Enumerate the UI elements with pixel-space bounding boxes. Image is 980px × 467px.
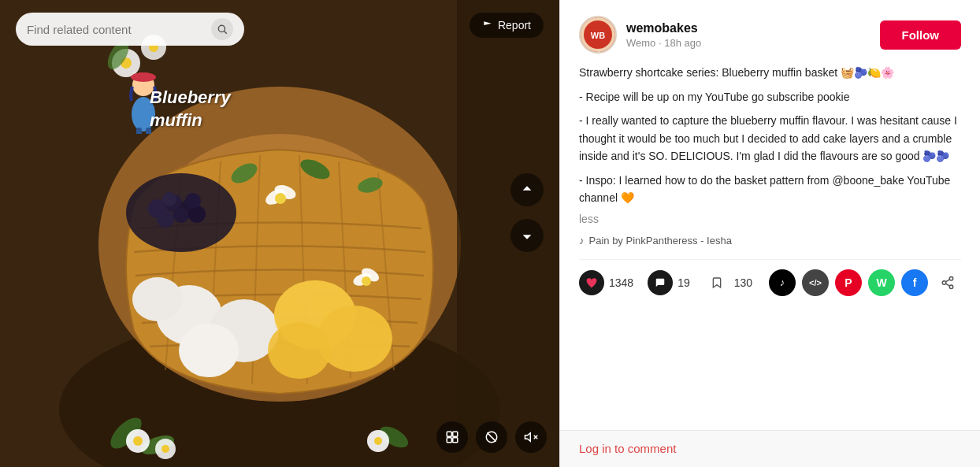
svg-point-28	[275, 193, 286, 204]
svg-point-41	[161, 445, 169, 453]
svg-marker-64	[525, 433, 531, 442]
svg-rect-55	[138, 72, 149, 79]
post-line-2: - I really wanted to capture the blueber…	[579, 112, 961, 165]
user-header: WB wemobakes Wemo · 18h ago Follow	[579, 16, 961, 54]
comment-section: Log in to comment	[560, 430, 980, 467]
svg-point-72	[949, 285, 953, 289]
facebook-share-button[interactable]: f	[901, 269, 928, 296]
user-info: WB wemobakes Wemo · 18h ago	[579, 16, 701, 54]
svg-rect-49	[457, 0, 559, 467]
food-photo	[0, 0, 559, 467]
svg-line-73	[945, 284, 949, 286]
svg-point-71	[942, 281, 946, 285]
not-interested-button[interactable]	[476, 421, 507, 453]
left-panel: Report Blueberry muffin	[0, 0, 559, 467]
svg-text:WB: WB	[591, 31, 605, 40]
report-button[interactable]: Report	[470, 13, 544, 38]
search-bar[interactable]	[16, 13, 244, 46]
music-note-icon: ♪	[579, 235, 585, 246]
tiktok-share-button[interactable]: ♪	[769, 269, 796, 296]
share-to-action-button[interactable]	[436, 421, 468, 453]
svg-rect-60	[447, 438, 451, 443]
post-title: Strawberry shortcake series: Blueberry m…	[579, 66, 961, 79]
search-icon[interactable]	[211, 18, 233, 40]
user-handle: Wemo	[626, 37, 655, 49]
action-bar: 1348 19 130	[579, 259, 961, 306]
likes-count: 1348	[609, 276, 633, 289]
user-details: wemobakes Wemo · 18h ago	[626, 21, 701, 49]
whatsapp-share-button[interactable]: W	[868, 269, 895, 296]
nav-up-button[interactable]	[510, 173, 544, 206]
search-input[interactable]	[27, 23, 205, 36]
svg-line-51	[225, 32, 227, 34]
username[interactable]: wemobakes	[626, 21, 701, 35]
bookmarks-action[interactable]: 130	[704, 270, 752, 295]
svg-point-50	[218, 25, 225, 32]
avatar-image: WB	[581, 17, 615, 52]
like-icon	[579, 270, 604, 295]
bookmarks-count: 130	[734, 276, 752, 289]
report-label: Report	[498, 19, 531, 32]
right-panel: WB wemobakes Wemo · 18h ago Follow Straw…	[559, 0, 980, 467]
svg-rect-58	[447, 432, 451, 436]
login-to-comment-button[interactable]: Log in to comment	[579, 442, 676, 455]
svg-point-24	[162, 192, 176, 206]
post-line-1: - Recipe will be up on my YouTube go sub…	[579, 88, 961, 106]
mute-button[interactable]	[515, 421, 547, 453]
svg-point-43	[374, 437, 382, 445]
svg-rect-61	[453, 438, 458, 443]
muffin-overlay-text: Blueberry muffin	[150, 87, 231, 132]
follow-button[interactable]: Follow	[880, 20, 962, 50]
pinterest-share-button[interactable]: P	[835, 269, 862, 296]
svg-point-39	[133, 436, 143, 446]
svg-point-12	[179, 324, 239, 377]
svg-point-16	[268, 322, 331, 379]
post-line-3: - Inspo: I learned how to do the basket …	[579, 172, 961, 207]
svg-line-63	[487, 432, 496, 441]
svg-rect-59	[453, 432, 458, 436]
svg-rect-56	[136, 128, 142, 134]
svg-line-74	[945, 280, 949, 282]
svg-point-25	[185, 193, 201, 209]
less-button[interactable]: less	[579, 213, 961, 225]
user-meta: Wemo · 18h ago	[626, 37, 701, 49]
music-info: ♪ Pain by PinkPantheress - Iesha	[579, 235, 961, 246]
comments-action[interactable]: 19	[648, 270, 690, 295]
embed-share-button[interactable]: </>	[802, 269, 829, 296]
share-icons-group: ♪ </> P W f	[769, 269, 961, 296]
svg-point-21	[157, 210, 174, 228]
music-text: Pain by PinkPantheress - Iesha	[589, 235, 732, 246]
svg-point-31	[362, 276, 371, 286]
svg-point-70	[949, 277, 953, 281]
post-content-area: WB wemobakes Wemo · 18h ago Follow Straw…	[560, 0, 980, 430]
comments-count: 19	[677, 276, 690, 289]
comment-icon	[648, 270, 673, 295]
svg-point-13	[132, 277, 183, 321]
post-time: 18h ago	[664, 37, 701, 49]
more-share-button[interactable]	[934, 269, 961, 296]
svg-point-22	[173, 207, 189, 223]
bottom-actions	[436, 421, 547, 453]
bookmark-icon	[704, 270, 729, 295]
avatar[interactable]: WB	[579, 16, 617, 54]
nav-down-button[interactable]	[510, 219, 544, 252]
likes-action[interactable]: 1348	[579, 270, 633, 295]
